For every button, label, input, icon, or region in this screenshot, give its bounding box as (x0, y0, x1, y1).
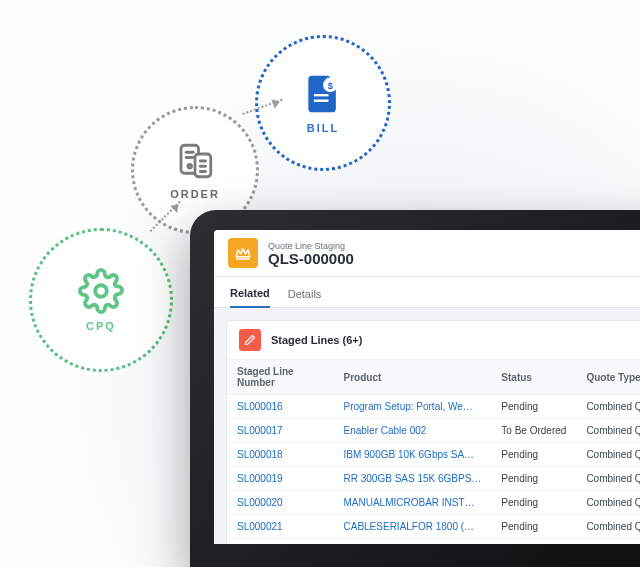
product-link[interactable]: IBM 900GB 10K 6Gbps SA… (334, 443, 492, 467)
svg-rect-11 (314, 94, 329, 96)
cpq-label: CPQ (86, 320, 116, 332)
staged-line-number-link[interactable]: SL000018 (227, 443, 334, 467)
quote-type-cell: Combined Quote (576, 419, 640, 443)
staged-line-number-link[interactable]: SL000020 (227, 491, 334, 515)
page-title: QLS-000000 (268, 251, 354, 266)
table-row: SL000018IBM 900GB 10K 6Gbps SA…PendingCo… (227, 443, 640, 467)
card-header: Staged Lines (6+) New (227, 321, 640, 360)
tab-bar: Related Details (214, 277, 640, 308)
svg-text:$: $ (328, 81, 333, 91)
status-cell: Pending (491, 467, 576, 491)
svg-rect-12 (314, 100, 329, 102)
pencil-icon (239, 329, 261, 351)
svg-rect-1 (181, 145, 199, 173)
quote-type-cell: Combined Quote (576, 515, 640, 539)
status-cell: To Be Ordered (491, 419, 576, 443)
product-link[interactable]: RR 300GB SAS 15K 6GBPS… (334, 467, 492, 491)
quote-type-cell: Combined Quote (576, 395, 640, 419)
quote-type-cell: Combined Quote (576, 443, 640, 467)
col-product[interactable]: Product (334, 360, 492, 395)
bill-icon: $ (301, 72, 345, 116)
table-row: SL000019RR 300GB SAS 15K 6GBPS…PendingCo… (227, 467, 640, 491)
product-link[interactable]: MANUALMICROBAR INST… (334, 491, 492, 515)
svg-point-4 (188, 165, 192, 169)
staged-lines-card: Staged Lines (6+) New Staged Line Number… (226, 320, 640, 544)
quote-type-cell: Combined Quote (576, 467, 640, 491)
quote-type-cell: Combined Quote (576, 491, 640, 515)
status-cell: Pending (491, 515, 576, 539)
svg-rect-5 (195, 154, 211, 177)
view-all-link[interactable]: View All (227, 539, 640, 544)
app-screen: Quote Line Staging QLS-000000 Related De… (214, 230, 640, 544)
product-link[interactable]: CABLESERIALFOR 1800 (… (334, 515, 492, 539)
product-link[interactable]: Program Setup: Portal, We… (334, 395, 492, 419)
svg-point-0 (95, 285, 107, 297)
col-staged-line-number[interactable]: Staged Line Number (227, 360, 334, 395)
cpq-circle: CPQ (31, 230, 171, 370)
table-row: SL000021CABLESERIALFOR 1800 (…PendingCom… (227, 515, 640, 539)
crown-icon (228, 238, 258, 268)
staged-line-number-link[interactable]: SL000019 (227, 467, 334, 491)
gear-icon (78, 268, 124, 314)
tab-details[interactable]: Details (288, 288, 322, 307)
staged-line-number-link[interactable]: SL000017 (227, 419, 334, 443)
table-row: SL000017Enabler Cable 002To Be OrderedCo… (227, 419, 640, 443)
col-status[interactable]: Status (491, 360, 576, 395)
staged-line-number-link[interactable]: SL000016 (227, 395, 334, 419)
page-title-block: Quote Line Staging QLS-000000 (268, 241, 354, 266)
tab-related[interactable]: Related (230, 287, 270, 308)
bill-label: BILL (307, 122, 339, 134)
status-cell: Pending (491, 491, 576, 515)
svg-point-9 (323, 78, 338, 93)
page-kicker: Quote Line Staging (268, 241, 354, 251)
page-header: Quote Line Staging QLS-000000 (214, 230, 640, 277)
status-cell: Pending (491, 395, 576, 419)
order-icon (174, 140, 216, 182)
staged-lines-table: Staged Line Number Product Status Quote … (227, 360, 640, 539)
table-row: SL000020MANUALMICROBAR INST…PendingCombi… (227, 491, 640, 515)
card-title: Staged Lines (6+) (271, 334, 362, 346)
table-row: SL000016Program Setup: Portal, We…Pendin… (227, 395, 640, 419)
staged-line-number-link[interactable]: SL000021 (227, 515, 334, 539)
laptop-mockup: Quote Line Staging QLS-000000 Related De… (190, 210, 640, 567)
product-link[interactable]: Enabler Cable 002 (334, 419, 492, 443)
status-cell: Pending (491, 443, 576, 467)
col-quote-type[interactable]: Quote Type (576, 360, 640, 395)
